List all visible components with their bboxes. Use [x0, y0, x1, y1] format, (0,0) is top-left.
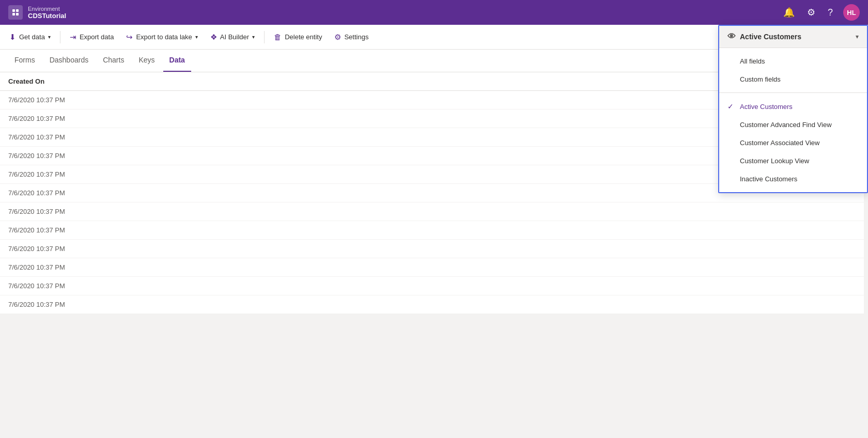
toolbar-separator-2 [264, 31, 265, 43]
environment-label: Environment [28, 6, 66, 12]
created-on-cell: 7/6/2020 10:37 PM [0, 110, 103, 128]
get-data-label: Get data [19, 33, 45, 41]
get-data-icon: ⬇ [9, 33, 16, 42]
created-on-cell: 7/6/2020 10:37 PM [0, 258, 103, 277]
toolbar-separator-1 [60, 31, 60, 43]
created-on-cell: 7/6/2020 10:37 PM [0, 240, 103, 258]
created-on-cell: 7/6/2020 10:37 PM [0, 165, 103, 184]
export-data-label: Export data [80, 33, 114, 41]
tab-keys[interactable]: Keys [132, 49, 161, 72]
dropdown-item-advanced-find[interactable]: Customer Advanced Find View [719, 116, 867, 134]
dropdown-item-lookup-view[interactable]: Customer Lookup View [719, 152, 867, 170]
export-lake-chevron: ▾ [195, 34, 198, 40]
dropdown-header: 👁 Active Customers ▾ [719, 26, 867, 48]
view-dropdown-panel: 👁 Active Customers ▾ All fieldsCustom fi… [718, 25, 868, 193]
environment-info: Environment CDSTutorial [8, 5, 66, 20]
delete-entity-button[interactable]: 🗑 Delete entity [269, 29, 327, 44]
svg-rect-2 [12, 13, 15, 15]
delete-entity-icon: 🗑 [274, 33, 282, 41]
dropdown-item-inactive-customers[interactable]: Inactive Customers [719, 170, 867, 188]
environment-name: CDSTutorial [28, 12, 66, 20]
table-row[interactable]: 7/6/2020 10:37 PM [0, 221, 868, 240]
table-row[interactable]: 7/6/2020 10:37 PM [0, 240, 868, 258]
tab-dashboards[interactable]: Dashboards [43, 49, 95, 72]
export-data-icon: ⇥ [70, 33, 76, 42]
dropdown-item-label: Customer Advanced Find View [740, 121, 832, 129]
dropdown-item-label: Active Customers [740, 103, 793, 111]
export-lake-icon: ↪ [126, 33, 133, 42]
ai-builder-button[interactable]: ❖ AI Builder ▾ [205, 29, 260, 45]
created-on-cell: 7/6/2020 10:37 PM [0, 295, 103, 314]
svg-rect-0 [12, 9, 15, 12]
ai-builder-icon: ❖ [210, 33, 217, 42]
export-lake-label: Export to data lake [136, 33, 192, 41]
table-row[interactable]: 7/6/2020 10:37 PM [0, 202, 868, 221]
settings-icon[interactable]: ⚙ [805, 5, 817, 20]
tab-data[interactable]: Data [163, 49, 191, 72]
top-bar: Environment CDSTutorial 🔔 ⚙ ? HL [0, 0, 868, 25]
table-row[interactable]: 7/6/2020 10:37 PM [0, 277, 868, 295]
created-on-cell: 7/6/2020 10:37 PM [0, 221, 103, 240]
environment-text: Environment CDSTutorial [28, 6, 66, 20]
view-icon: 👁 [727, 32, 736, 41]
dropdown-header-title: 👁 Active Customers [727, 32, 801, 41]
settings-button[interactable]: ⚙ Settings [329, 29, 374, 45]
table-row[interactable]: 7/6/2020 10:37 PM [0, 295, 868, 314]
dropdown-title: Active Customers [740, 33, 801, 41]
notifications-icon[interactable]: 🔔 [781, 5, 797, 20]
dropdown-item-label: Inactive Customers [740, 175, 797, 183]
get-data-button[interactable]: ⬇ Get data ▾ [4, 29, 56, 45]
help-icon[interactable]: ? [826, 5, 835, 20]
created-on-cell: 7/6/2020 10:37 PM [0, 184, 103, 202]
svg-rect-1 [16, 9, 19, 12]
svg-rect-3 [16, 13, 19, 15]
table-row[interactable]: 7/6/2020 10:37 PM [0, 258, 868, 277]
delete-entity-label: Delete entity [285, 33, 322, 41]
created-on-cell: 7/6/2020 10:37 PM [0, 277, 103, 295]
created-on-cell: 7/6/2020 10:37 PM [0, 147, 103, 165]
dropdown-item-label: Customer Associated View [740, 139, 819, 147]
settings-toolbar-icon: ⚙ [334, 33, 341, 42]
view-section: ✓Active CustomersCustomer Advanced Find … [719, 93, 867, 192]
export-lake-button[interactable]: ↪ Export to data lake ▾ [121, 29, 203, 45]
tab-forms[interactable]: Forms [8, 49, 41, 72]
dropdown-item-label: Customer Lookup View [740, 157, 809, 165]
dropdown-item-label: Custom fields [740, 75, 781, 83]
field-section: All fieldsCustom fields [719, 48, 867, 93]
created-on-header: Created On [0, 72, 103, 91]
tab-charts[interactable]: Charts [97, 49, 130, 72]
export-data-button[interactable]: ⇥ Export data [65, 29, 119, 45]
environment-icon [8, 5, 23, 20]
ai-builder-chevron: ▾ [252, 34, 255, 40]
dropdown-item-label: All fields [740, 57, 765, 65]
dropdown-item-custom-fields[interactable]: Custom fields [719, 70, 867, 88]
user-avatar[interactable]: HL [843, 4, 860, 21]
check-icon: ✓ [727, 102, 736, 111]
ai-builder-label: AI Builder [220, 33, 249, 41]
dropdown-chevron-icon: ▾ [856, 33, 859, 40]
created-on-cell: 7/6/2020 10:37 PM [0, 202, 103, 221]
created-on-cell: 7/6/2020 10:37 PM [0, 91, 103, 110]
dropdown-item-active-customers[interactable]: ✓Active Customers [719, 97, 867, 116]
settings-label: Settings [344, 33, 368, 41]
get-data-chevron: ▾ [48, 34, 51, 40]
dropdown-item-associated-view[interactable]: Customer Associated View [719, 134, 867, 152]
dropdown-item-all-fields[interactable]: All fields [719, 52, 867, 70]
created-on-cell: 7/6/2020 10:37 PM [0, 128, 103, 147]
